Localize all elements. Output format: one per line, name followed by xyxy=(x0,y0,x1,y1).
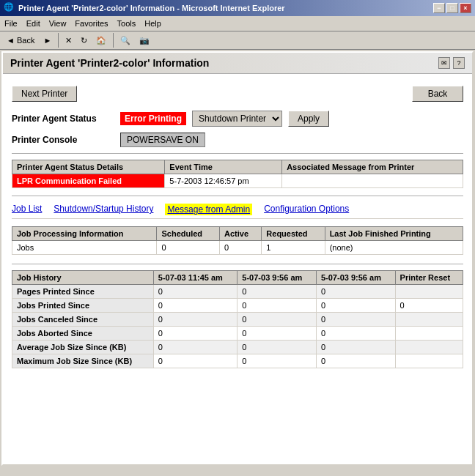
nav-buttons: Next Printer Back xyxy=(12,86,463,102)
menu-favorites[interactable]: Favorites xyxy=(70,18,112,29)
printer-console-row: Printer Console POWERSAVE ON xyxy=(12,133,463,147)
details-table: Printer Agent Status Details Event Time … xyxy=(12,160,463,188)
details-event-cell: 5-7-2003 12:46:57 pm xyxy=(165,174,282,188)
history-col-3: 5-07-03 9:56 am xyxy=(316,271,395,285)
history-aborted-4 xyxy=(395,327,463,341)
history-max-2: 0 xyxy=(238,354,317,368)
job-scheduled-cell: 0 xyxy=(157,241,220,255)
printer-agent-status-label: Printer Agent Status xyxy=(12,114,114,124)
job-col-label: Job Processing Information xyxy=(12,227,157,241)
history-pages-1: 0 xyxy=(153,285,238,299)
page-title: Printer Agent 'Printer2-color' Informati… xyxy=(10,57,209,69)
menu-view[interactable]: View xyxy=(45,18,71,29)
toolbar-sep-2 xyxy=(113,33,114,48)
history-avg-3: 0 xyxy=(316,341,395,354)
job-col-scheduled: Scheduled xyxy=(157,227,220,241)
printer-console-label: Printer Console xyxy=(12,135,114,145)
history-max-3: 0 xyxy=(316,354,395,368)
history-row-jobs: Jobs Printed Since 0 0 0 0 xyxy=(12,299,463,313)
stop-button[interactable]: ✕ xyxy=(62,34,76,47)
job-col-requested: Requested xyxy=(262,227,325,241)
job-col-active: Active xyxy=(219,227,261,241)
home-button[interactable]: 🏠 xyxy=(92,34,110,47)
history-avg-2: 0 xyxy=(238,341,317,354)
toolbar-sep-1 xyxy=(58,33,59,48)
window-title: Printer Agent 'Printer2-color' Informati… xyxy=(18,4,285,12)
tab-job-list[interactable]: Job List xyxy=(12,204,42,215)
history-pages-3: 0 xyxy=(316,285,395,299)
tab-message-admin[interactable]: Message from Admin xyxy=(165,204,252,215)
divider-1 xyxy=(12,153,463,154)
job-last-cell: (none) xyxy=(325,241,463,255)
job-col-last: Last Job Finished Printing xyxy=(325,227,463,241)
history-avg-1: 0 xyxy=(153,341,238,354)
history-max-1: 0 xyxy=(153,354,238,368)
search-button[interactable]: 🔍 xyxy=(117,34,134,47)
divider-3 xyxy=(12,264,463,264)
back-button[interactable]: ◄ Back xyxy=(3,34,38,46)
envelope-icon[interactable]: ✉ xyxy=(438,57,450,69)
history-max-4 xyxy=(395,354,463,368)
printer-console-value: POWERSAVE ON xyxy=(120,133,205,147)
history-row-pages: Pages Printed Since 0 0 0 xyxy=(12,285,463,299)
next-printer-button[interactable]: Next Printer xyxy=(12,86,77,102)
apply-button[interactable]: Apply xyxy=(288,111,329,127)
history-canceled-3: 0 xyxy=(316,313,395,327)
menu-file[interactable]: File xyxy=(0,18,22,29)
history-label-pages: Pages Printed Since xyxy=(12,285,154,299)
history-row-max: Maximum Job Size Since (KB) 0 0 0 xyxy=(12,354,463,368)
media-button[interactable]: 📷 xyxy=(136,34,153,47)
job-active-cell: 0 xyxy=(219,241,261,255)
details-message-cell xyxy=(282,174,463,188)
back-button-page[interactable]: Back xyxy=(412,86,463,102)
window-icon: 🌐 xyxy=(4,2,15,14)
history-canceled-2: 0 xyxy=(238,313,317,327)
divider-2 xyxy=(12,196,463,196)
history-aborted-3: 0 xyxy=(316,327,395,341)
minimize-button[interactable]: − xyxy=(433,3,445,13)
help-icon[interactable]: ? xyxy=(453,57,465,69)
maximize-button[interactable]: □ xyxy=(446,3,458,13)
history-row-aborted: Jobs Aborted Since 0 0 0 xyxy=(12,327,463,341)
tab-config-options[interactable]: Configuration Options xyxy=(264,204,349,215)
printer-agent-status-value: Error Printing xyxy=(120,112,186,125)
history-col-label: Job History xyxy=(12,271,154,285)
history-canceled-1: 0 xyxy=(153,313,238,327)
history-label-max: Maximum Job Size Since (KB) xyxy=(12,354,154,368)
menu-edit[interactable]: Edit xyxy=(22,18,45,29)
history-col-2: 5-07-03 9:56 am xyxy=(238,271,317,285)
history-jobs-1: 0 xyxy=(153,299,238,313)
history-jobs-3: 0 xyxy=(316,299,395,313)
details-status-cell: LPR Communication Failed xyxy=(12,174,165,188)
forward-button[interactable]: ► xyxy=(40,34,55,46)
menu-help[interactable]: Help xyxy=(140,18,166,29)
history-avg-4 xyxy=(395,341,463,354)
refresh-button[interactable]: ↻ xyxy=(77,34,91,47)
history-row-avg: Average Job Size Since (KB) 0 0 0 xyxy=(12,341,463,354)
history-label-jobs: Jobs Printed Since xyxy=(12,299,154,313)
main-window: Printer Agent 'Printer2-color' Informati… xyxy=(1,51,474,466)
history-jobs-2: 0 xyxy=(238,299,317,313)
menu-tools[interactable]: Tools xyxy=(113,18,141,29)
history-col-4: Printer Reset xyxy=(395,271,463,285)
shutdown-select[interactable]: Shutdown Printer xyxy=(192,111,282,127)
close-button[interactable]: × xyxy=(460,3,471,13)
details-row: LPR Communication Failed 5-7-2003 12:46:… xyxy=(12,174,463,188)
history-label-aborted: Jobs Aborted Since xyxy=(12,327,154,341)
job-label-cell: Jobs xyxy=(12,241,157,255)
details-col-event: Event Time xyxy=(165,160,282,174)
toolbar: ◄ Back ► ✕ ↻ 🏠 🔍 📷 xyxy=(0,31,475,50)
menu-bar: File Edit View Favorites Tools Help xyxy=(0,16,475,31)
history-jobs-4: 0 xyxy=(395,299,463,313)
title-bar: 🌐 Printer Agent 'Printer2-color' Informa… xyxy=(0,0,475,16)
printer-agent-status-row: Printer Agent Status Error Printing Shut… xyxy=(12,111,463,127)
history-row-canceled: Jobs Canceled Since 0 0 0 xyxy=(12,313,463,327)
tab-shutdown-history[interactable]: Shutdown/Startup History xyxy=(54,204,153,215)
job-requested-cell: 1 xyxy=(262,241,325,255)
history-label-canceled: Jobs Canceled Since xyxy=(12,313,154,327)
history-canceled-4 xyxy=(395,313,463,327)
history-pages-4 xyxy=(395,285,463,299)
details-col-status: Printer Agent Status Details xyxy=(12,160,165,174)
tabs-row: Job List Shutdown/Startup History Messag… xyxy=(12,204,463,219)
history-aborted-1: 0 xyxy=(153,327,238,341)
